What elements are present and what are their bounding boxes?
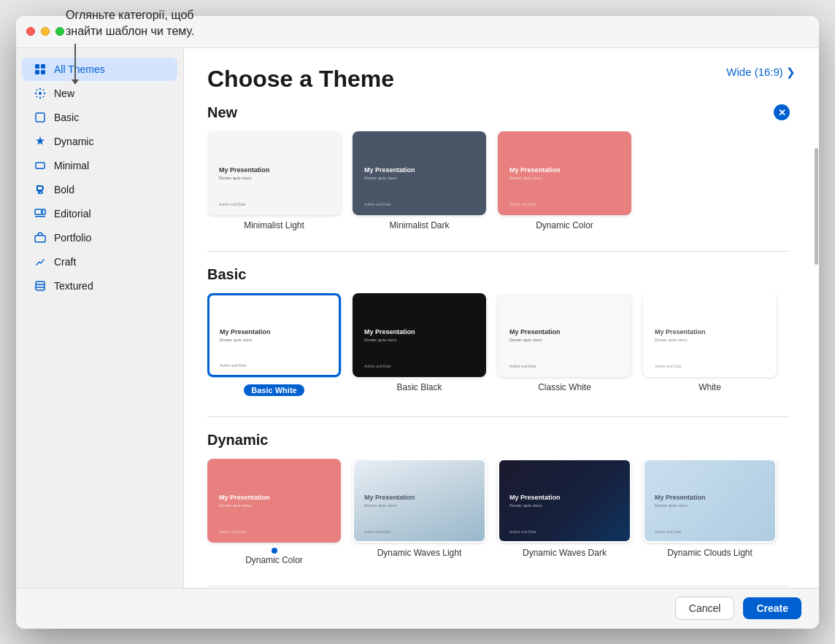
svg-rect-18 (35, 236, 45, 242)
sidebar-item-editorial[interactable]: Editorial (22, 202, 177, 225)
section-new: New✕My PresentationDonec quis nuncAuthor… (207, 104, 790, 230)
theme-preview-white: My PresentationDonec quis nuncAuthor and… (643, 293, 777, 377)
theme-label-wrapper-classic-white: Classic White (538, 382, 591, 392)
main-content: Choose a Theme Wide (16:9) ❯ New✕My Pres… (184, 48, 819, 588)
sidebar-label-portfolio: Portfolio (54, 232, 91, 244)
main-window: All Themes New Basic Dynamic Minimal Bol… (16, 16, 819, 629)
section-title-new: New (207, 104, 237, 121)
themes-scroll-wrapper: New✕My PresentationDonec quis nuncAuthor… (184, 104, 819, 588)
theme-label-wrapper-dynamic-color: Dynamic Color (245, 548, 303, 565)
sidebar-item-basic[interactable]: Basic (22, 106, 177, 129)
sidebar-item-bold[interactable]: Bold (22, 178, 177, 201)
theme-label-wrapper-white: White (699, 382, 721, 392)
all-themes-icon (34, 63, 47, 76)
svg-rect-3 (41, 70, 45, 74)
sidebar-item-craft[interactable]: Craft (22, 250, 177, 273)
theme-name-minimalist-light: Minimalist Light (244, 220, 304, 230)
main-scrollbar[interactable] (813, 104, 819, 588)
sidebar-item-new[interactable]: New (22, 82, 177, 105)
svg-rect-19 (36, 282, 45, 290)
theme-name-minimalist-dark: Minimalist Dark (389, 220, 449, 230)
svg-point-11 (36, 96, 38, 97)
theme-card-dynamic-color[interactable]: My PresentationDonec quis nuncAuthor and… (207, 459, 341, 565)
theme-name-dynamic-color-new: Dynamic Color (536, 220, 593, 230)
traffic-lights (26, 27, 64, 36)
theme-label-wrapper-dynamic-clouds-light: Dynamic Clouds Light (667, 548, 753, 558)
theme-card-basic-white[interactable]: My PresentationDonec quis nuncAuthor and… (207, 293, 341, 396)
theme-preview-basic-black: My PresentationDonec quis nuncAuthor and… (353, 293, 486, 377)
section-divider-new (207, 251, 790, 252)
theme-name-dynamic-waves-light: Dynamic Waves Light (377, 548, 462, 558)
sidebar-label-minimal: Minimal (54, 160, 89, 171)
theme-preview-dynamic-color: My PresentationDonec quis nuncAuthor and… (207, 459, 341, 543)
theme-preview-dynamic-waves-light: My PresentationDonec quis nuncAuthor and… (353, 459, 486, 543)
theme-card-dynamic-waves-dark[interactable]: My PresentationDonec quis nuncAuthor and… (498, 459, 631, 565)
theme-label-wrapper-basic-white: Basic White (244, 382, 304, 396)
sidebar-item-textured[interactable]: Textured (22, 274, 177, 298)
cancel-button[interactable]: Cancel (675, 597, 735, 620)
close-section-new-button[interactable]: ✕ (774, 104, 790, 120)
sidebar-item-dynamic[interactable]: Dynamic (22, 130, 177, 153)
section-basic: BasicMy PresentationDonec quis nuncAutho… (207, 266, 790, 396)
theme-label-wrapper-basic-black: Basic Black (396, 382, 442, 392)
section-header-basic: Basic (207, 266, 790, 283)
aspect-ratio-button[interactable]: Wide (16:9) ❯ (726, 66, 796, 79)
maximize-button[interactable] (55, 27, 64, 36)
theme-name-classic-white: Classic White (538, 382, 591, 392)
dynamic-icon (34, 135, 47, 148)
main-header: Choose a Theme Wide (16:9) ❯ (184, 48, 819, 104)
content-area: All Themes New Basic Dynamic Minimal Bol… (16, 48, 819, 588)
themes-scroll: New✕My PresentationDonec quis nuncAuthor… (184, 104, 813, 588)
theme-card-dynamic-waves-light[interactable]: My PresentationDonec quis nuncAuthor and… (353, 459, 486, 565)
theme-name-dynamic-waves-dark: Dynamic Waves Dark (523, 548, 607, 558)
close-button[interactable] (26, 27, 35, 36)
sidebar-item-all-themes[interactable]: All Themes (22, 58, 177, 81)
theme-preview-dynamic-clouds-light: My PresentationDonec quis nuncAuthor and… (643, 459, 777, 543)
theme-label-wrapper-minimalist-dark: Minimalist Dark (389, 220, 449, 230)
sidebar-label-bold: Bold (54, 184, 74, 195)
theme-card-classic-white[interactable]: My PresentationDonec quis nuncAuthor and… (498, 293, 631, 396)
editorial-icon (34, 207, 47, 220)
section-divider-basic (207, 416, 790, 417)
basic-icon (34, 111, 47, 124)
create-button[interactable]: Create (743, 597, 801, 619)
sidebar-label-textured: Textured (54, 280, 93, 292)
new-icon (34, 87, 47, 100)
sidebar-item-portfolio[interactable]: Portfolio (22, 226, 177, 249)
svg-point-12 (43, 96, 45, 97)
section-dynamic: DynamicMy PresentationDonec quis nuncAut… (207, 432, 790, 565)
svg-rect-14 (36, 163, 45, 168)
theme-preview-classic-white: My PresentationDonec quis nuncAuthor and… (498, 293, 631, 377)
theme-name-basic-black: Basic Black (396, 382, 442, 392)
sidebar: All Themes New Basic Dynamic Minimal Bol… (16, 48, 184, 588)
textured-icon (34, 279, 47, 292)
theme-card-minimalist-dark[interactable]: My PresentationDonec quis nuncAuthor and… (353, 131, 486, 230)
theme-label-wrapper-minimalist-light: Minimalist Light (244, 220, 304, 230)
theme-name-dynamic-color: Dynamic Color (245, 555, 303, 565)
theme-preview-dynamic-color-new: My PresentationDonec quis nuncAuthor and… (498, 131, 631, 215)
sidebar-item-minimal[interactable]: Minimal (22, 154, 177, 177)
theme-label-wrapper-dynamic-color-new: Dynamic Color (536, 220, 593, 230)
theme-card-white[interactable]: My PresentationDonec quis nuncAuthor and… (643, 293, 777, 396)
sidebar-label-all-themes: All Themes (54, 63, 105, 75)
theme-card-minimalist-light[interactable]: My PresentationDonec quis nuncAuthor and… (207, 131, 341, 230)
sidebar-label-craft: Craft (54, 256, 76, 268)
theme-card-dynamic-color-new[interactable]: My PresentationDonec quis nuncAuthor and… (498, 131, 631, 230)
theme-card-dynamic-clouds-light[interactable]: My PresentationDonec quis nuncAuthor and… (643, 459, 777, 565)
bold-icon (34, 183, 47, 196)
section-title-basic: Basic (207, 266, 246, 283)
svg-point-10 (43, 89, 45, 90)
svg-rect-17 (42, 209, 45, 214)
theme-card-basic-black[interactable]: My PresentationDonec quis nuncAuthor and… (353, 293, 486, 396)
theme-preview-minimalist-light: My PresentationDonec quis nuncAuthor and… (207, 131, 341, 215)
svg-rect-2 (35, 70, 39, 74)
section-header-new: New✕ (207, 104, 790, 121)
svg-rect-16 (35, 216, 45, 217)
theme-dot-dynamic-color (272, 548, 277, 554)
svg-point-5 (39, 88, 41, 89)
minimize-button[interactable] (41, 27, 50, 36)
sidebar-label-basic: Basic (54, 112, 79, 123)
portfolio-icon (34, 231, 47, 244)
theme-preview-minimalist-dark: My PresentationDonec quis nuncAuthor and… (353, 131, 486, 215)
scrollbar-thumb (815, 148, 818, 265)
